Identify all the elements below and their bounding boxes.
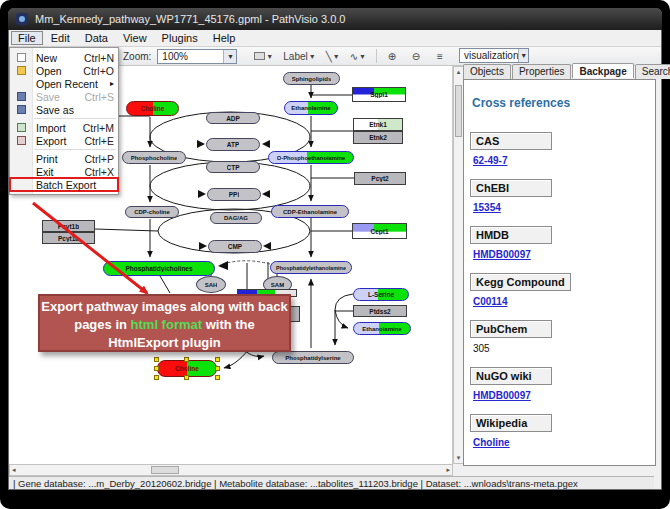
pathway-node-phosphatidylethanolamine[interactable]: Phosphatidylethanolamine	[270, 261, 352, 274]
pathway-node-sphingolipids[interactable]: Sphingolipids	[283, 72, 340, 85]
pathway-node-o-phosphoethanolamine[interactable]: O-Phosphoethanolamine	[268, 151, 354, 164]
menubar-item-help[interactable]: Help	[206, 31, 243, 45]
selection-handle[interactable]	[215, 375, 220, 380]
xref-link[interactable]: 62-49-7	[473, 155, 507, 166]
file-menu-item-batch-export[interactable]: Batch Export	[10, 178, 118, 191]
cross-references-sections: CAS62-49-7ChEBI15354HMDBHMDB00097Kegg Co…	[470, 132, 649, 461]
file-menu-item-import[interactable]: ImportCtrl+M	[10, 121, 118, 134]
visualization-combobox[interactable]: visualization ▼	[459, 48, 529, 63]
pathway-node-ppi[interactable]: PPi	[207, 188, 261, 201]
file-menu-item-save-as[interactable]: Save as	[10, 103, 118, 116]
line-tool-button[interactable]: ╲▼	[323, 48, 343, 64]
pathway-node-atp[interactable]: ATP	[206, 138, 260, 151]
pathway-node-choline-selected[interactable]: Choline	[157, 360, 217, 377]
pathway-node-label: Phosphatidylcholines	[125, 265, 192, 272]
expression-data-heading: Expression data	[471, 465, 649, 466]
pathway-node-cdp-ethanolamine[interactable]: CDP-Ethanolamine	[271, 205, 349, 218]
chevron-down-icon[interactable]: ▼	[223, 50, 236, 63]
title-bar[interactable]: Mm_Kennedy_pathway_WP1771_45176.gpml - P…	[8, 8, 662, 30]
tab-search[interactable]: Search	[635, 64, 670, 79]
menubar-item-file[interactable]: File	[11, 31, 43, 45]
align-middle-button[interactable]: ⊖	[408, 48, 424, 64]
selection-handle[interactable]	[154, 357, 159, 362]
horizontal-scrollbar[interactable]: ◂ ▸	[9, 464, 453, 476]
pathway-node-label: Choline	[141, 105, 165, 112]
chevron-down-icon[interactable]: ▼	[359, 53, 366, 60]
selection-handle[interactable]	[215, 366, 220, 371]
pathway-node-cmp[interactable]: CMP	[208, 240, 262, 253]
scroll-right-icon[interactable]: ▸	[444, 465, 452, 475]
connector-tool-button[interactable]: ∿▼	[347, 48, 369, 64]
align-center-button[interactable]: ⊕	[384, 48, 400, 64]
zoom-combobox[interactable]: 100% ▼	[157, 49, 237, 64]
scroll-down-icon[interactable]: ▾	[455, 453, 463, 463]
pathway-node-choline-top[interactable]: Choline	[126, 101, 179, 116]
xref-link[interactable]: HMDB00097	[473, 249, 531, 260]
distribute-horizontal-button[interactable]: ≡	[432, 48, 448, 64]
menubar-item-plugins[interactable]: Plugins	[155, 31, 205, 45]
chevron-down-icon[interactable]: ▼	[266, 53, 273, 60]
pathway-node-gene-cept1[interactable]: Cept1	[352, 223, 407, 239]
pathway-node-phosphocholine[interactable]: Phosphocholine	[122, 151, 186, 164]
pathway-node-cdp-choline[interactable]: CDP-choline	[125, 206, 179, 218]
xref-section-cas: CAS62-49-7	[470, 132, 649, 179]
file-menu-item-new[interactable]: NewCtrl+N	[10, 51, 118, 64]
scroll-left-icon[interactable]: ◂	[10, 465, 18, 475]
xref-link[interactable]: Choline	[473, 437, 510, 448]
pathway-node-adp[interactable]: ADP	[206, 112, 260, 124]
pathway-node-l-serine[interactable]: L-Serine	[353, 288, 409, 301]
pathway-node-dag-ag[interactable]: DAG/AG	[210, 212, 262, 224]
pathway-node-ethanolamine-top[interactable]: Ethanolamine	[284, 101, 338, 115]
file-menu-item-exit[interactable]: ExitCtrl+X	[10, 165, 118, 178]
file-menu-item-export[interactable]: ExportCtrl+E	[10, 134, 118, 147]
menubar-item-data[interactable]: Data	[78, 31, 115, 45]
pathway-node-gene-etnk1[interactable]: Etnk1	[353, 118, 403, 131]
menu-item-shortcut: Ctrl+X	[85, 166, 114, 178]
label-tool-button[interactable]: Label▼	[280, 48, 318, 64]
file-menu-item-save[interactable]: SaveCtrl+S	[10, 90, 118, 103]
status-bar: | Gene database: ...m_Derby_20120602.bri…	[9, 476, 654, 489]
menu-item-label: Export	[36, 135, 66, 147]
new-file-icon	[10, 53, 32, 62]
file-menu-item-open[interactable]: OpenCtrl+O	[10, 64, 118, 77]
pathway-node-label: Etnk2	[369, 134, 387, 141]
pathway-node-ctp[interactable]: CTP	[206, 161, 260, 173]
menubar-item-edit[interactable]: Edit	[44, 31, 77, 45]
pathway-node-gene-pcyt1b[interactable]: Pcyt1b	[42, 220, 95, 232]
xref-section-kegg-compound: Kegg CompoundC00114	[470, 273, 649, 320]
import-icon	[10, 123, 32, 132]
file-menu-item-print[interactable]: PrintCtrl+P	[10, 152, 118, 165]
xref-link[interactable]: C00114	[473, 296, 507, 307]
selection-handle[interactable]	[184, 357, 189, 362]
tab-objects[interactable]: Objects	[463, 64, 511, 79]
selection-handle[interactable]	[154, 366, 159, 371]
pathway-node-phosphatidylcholines[interactable]: Phosphatidylcholines	[103, 261, 215, 276]
pathway-node-gene-etnk2[interactable]: Etnk2	[353, 131, 403, 144]
selection-handle[interactable]	[154, 375, 159, 380]
selection-handle[interactable]	[215, 357, 220, 362]
pathway-node-gene-sgpl1[interactable]: Sgpl1	[352, 87, 406, 102]
chevron-down-icon[interactable]: ▼	[518, 49, 528, 62]
vertical-scroll-thumb[interactable]	[455, 85, 462, 137]
pathway-node-gene-pcyt1a[interactable]: Pcyt1a	[42, 232, 95, 244]
chevron-down-icon[interactable]: ▼	[309, 53, 316, 60]
pathway-node-ethanolamine-bottom[interactable]: Ethanolamine	[353, 322, 411, 335]
xref-link[interactable]: HMDB00097	[473, 390, 531, 401]
selection-handle[interactable]	[184, 375, 189, 380]
xref-section-hmdb: HMDBHMDB00097	[470, 226, 649, 273]
xref-link[interactable]: 15354	[473, 202, 501, 213]
zoom-label: Zoom:	[123, 51, 151, 62]
gene-tool-button[interactable]: ▼	[251, 48, 276, 64]
pathway-node-gene-pcyt2[interactable]: Pcyt2	[354, 172, 406, 185]
horizontal-scroll-thumb[interactable]	[151, 466, 179, 474]
file-menu-item-open-recent[interactable]: Open Recent▸	[10, 77, 118, 90]
pathway-node-sah[interactable]: SAH	[196, 276, 226, 293]
tab-properties[interactable]: Properties	[512, 64, 572, 79]
scroll-up-icon[interactable]: ▴	[455, 67, 463, 77]
tab-backpage[interactable]: Backpage	[572, 63, 633, 78]
connector-icon: ∿	[350, 51, 358, 62]
pathway-node-gene-ptdss2[interactable]: Ptdss2	[353, 305, 407, 317]
menubar-item-view[interactable]: View	[116, 31, 154, 45]
pathway-node-phosphatidylserine[interactable]: Phosphatidylserine	[272, 351, 354, 364]
chevron-down-icon[interactable]: ▼	[333, 53, 340, 60]
